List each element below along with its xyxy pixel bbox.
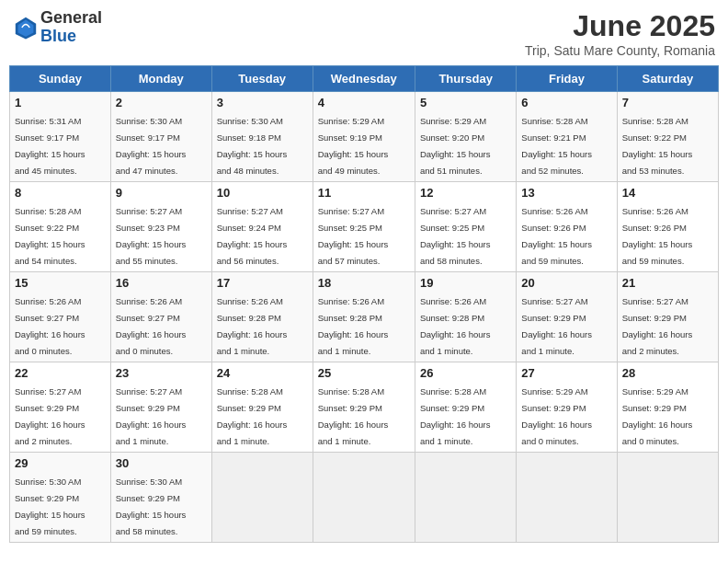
header-friday: Friday xyxy=(517,66,617,92)
day-16: 16 Sunrise: 5:26 AMSunset: 9:27 PMDaylig… xyxy=(110,272,211,362)
day-5: 5 Sunrise: 5:29 AMSunset: 9:20 PMDayligh… xyxy=(415,92,516,182)
week-row-1: 1 Sunrise: 5:31 AMSunset: 9:17 PMDayligh… xyxy=(10,92,719,182)
day-19: 19 Sunrise: 5:26 AMSunset: 9:28 PMDaylig… xyxy=(415,272,516,362)
week-row-3: 15 Sunrise: 5:26 AMSunset: 9:27 PMDaylig… xyxy=(10,272,719,362)
empty-cell-1 xyxy=(211,453,313,543)
day-9: 9 Sunrise: 5:27 AMSunset: 9:23 PMDayligh… xyxy=(110,182,211,272)
weekday-header-row: Sunday Monday Tuesday Wednesday Thursday… xyxy=(10,66,719,92)
day-20: 20 Sunrise: 5:27 AMSunset: 9:29 PMDaylig… xyxy=(517,272,617,362)
empty-cell-4 xyxy=(517,453,617,543)
logo-text: General Blue xyxy=(40,9,102,46)
day-25: 25 Sunrise: 5:28 AMSunset: 9:29 PMDaylig… xyxy=(313,362,415,453)
empty-cell-5 xyxy=(617,453,718,543)
day-2: 2 Sunrise: 5:30 AMSunset: 9:17 PMDayligh… xyxy=(110,92,211,182)
day-13: 13 Sunrise: 5:26 AMSunset: 9:26 PMDaylig… xyxy=(517,182,617,272)
day-24: 24 Sunrise: 5:28 AMSunset: 9:29 PMDaylig… xyxy=(211,362,313,453)
day-8: 8 Sunrise: 5:28 AMSunset: 9:22 PMDayligh… xyxy=(10,182,111,272)
header-wednesday: Wednesday xyxy=(313,66,415,92)
day-28: 28 Sunrise: 5:29 AMSunset: 9:29 PMDaylig… xyxy=(617,362,718,453)
day-12: 12 Sunrise: 5:27 AMSunset: 9:25 PMDaylig… xyxy=(415,182,516,272)
calendar-table: Sunday Monday Tuesday Wednesday Thursday… xyxy=(9,65,719,543)
day-11: 11 Sunrise: 5:27 AMSunset: 9:25 PMDaylig… xyxy=(313,182,415,272)
month-title: June 2025 xyxy=(525,9,715,43)
page-header: General Blue June 2025 Trip, Satu Mare C… xyxy=(9,9,719,58)
header-tuesday: Tuesday xyxy=(211,66,313,92)
header-saturday: Saturday xyxy=(617,66,718,92)
day-22: 22 Sunrise: 5:27 AMSunset: 9:29 PMDaylig… xyxy=(10,362,111,453)
day-26: 26 Sunrise: 5:28 AMSunset: 9:29 PMDaylig… xyxy=(415,362,516,453)
week-row-5: 29 Sunrise: 5:30 AMSunset: 9:29 PMDaylig… xyxy=(10,453,719,543)
title-section: June 2025 Trip, Satu Mare County, Romani… xyxy=(525,9,715,58)
day-18: 18 Sunrise: 5:26 AMSunset: 9:28 PMDaylig… xyxy=(313,272,415,362)
day-14: 14 Sunrise: 5:26 AMSunset: 9:26 PMDaylig… xyxy=(617,182,718,272)
week-row-4: 22 Sunrise: 5:27 AMSunset: 9:29 PMDaylig… xyxy=(10,362,719,453)
logo-blue: Blue xyxy=(40,28,102,46)
header-sunday: Sunday xyxy=(10,66,111,92)
day-17: 17 Sunrise: 5:26 AMSunset: 9:28 PMDaylig… xyxy=(211,272,313,362)
empty-cell-3 xyxy=(415,453,516,543)
logo-general: General xyxy=(40,9,102,28)
day-29: 29 Sunrise: 5:30 AMSunset: 9:29 PMDaylig… xyxy=(10,453,111,543)
week-row-2: 8 Sunrise: 5:28 AMSunset: 9:22 PMDayligh… xyxy=(10,182,719,272)
header-thursday: Thursday xyxy=(415,66,516,92)
day-6: 6 Sunrise: 5:28 AMSunset: 9:21 PMDayligh… xyxy=(517,92,617,182)
day-27: 27 Sunrise: 5:29 AMSunset: 9:29 PMDaylig… xyxy=(517,362,617,453)
day-30: 30 Sunrise: 5:30 AMSunset: 9:29 PMDaylig… xyxy=(110,453,211,543)
location-subtitle: Trip, Satu Mare County, Romania xyxy=(525,43,715,58)
header-monday: Monday xyxy=(110,66,211,92)
logo: General Blue xyxy=(13,9,102,46)
day-21: 21 Sunrise: 5:27 AMSunset: 9:29 PMDaylig… xyxy=(617,272,718,362)
empty-cell-2 xyxy=(313,453,415,543)
day-10: 10 Sunrise: 5:27 AMSunset: 9:24 PMDaylig… xyxy=(211,182,313,272)
day-7: 7 Sunrise: 5:28 AMSunset: 9:22 PMDayligh… xyxy=(617,92,718,182)
day-4: 4 Sunrise: 5:29 AMSunset: 9:19 PMDayligh… xyxy=(313,92,415,182)
day-1: 1 Sunrise: 5:31 AMSunset: 9:17 PMDayligh… xyxy=(10,92,111,182)
day-3: 3 Sunrise: 5:30 AMSunset: 9:18 PMDayligh… xyxy=(211,92,313,182)
day-23: 23 Sunrise: 5:27 AMSunset: 9:29 PMDaylig… xyxy=(110,362,211,453)
day-15: 15 Sunrise: 5:26 AMSunset: 9:27 PMDaylig… xyxy=(10,272,111,362)
logo-icon xyxy=(13,15,39,40)
